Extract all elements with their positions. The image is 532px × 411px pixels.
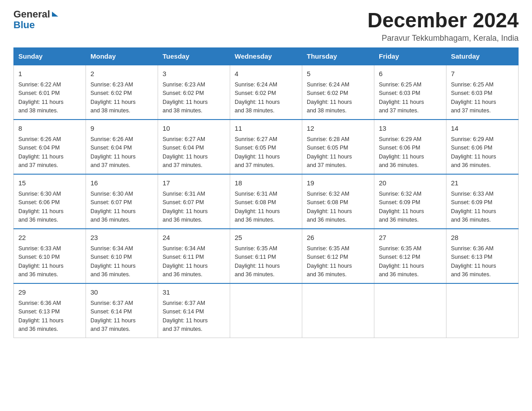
header-saturday: Saturday [446,47,519,65]
calendar-cell: 30Sunrise: 6:37 AMSunset: 6:14 PMDayligh… [86,283,158,338]
calendar-cell: 1Sunrise: 6:22 AMSunset: 6:01 PMDaylight… [14,65,86,120]
calendar-cell: 3Sunrise: 6:23 AMSunset: 6:02 PMDaylight… [158,65,230,120]
day-info: Sunrise: 6:33 AMSunset: 6:10 PMDaylight:… [18,244,81,279]
day-number: 17 [163,178,225,188]
day-number: 14 [451,124,514,134]
day-info: Sunrise: 6:35 AMSunset: 6:12 PMDaylight:… [307,244,369,279]
calendar-cell: 18Sunrise: 6:31 AMSunset: 6:08 PMDayligh… [230,174,302,229]
day-info: Sunrise: 6:30 AMSunset: 6:06 PMDaylight:… [18,190,81,225]
day-number: 27 [379,233,442,243]
day-number: 10 [163,124,225,134]
header-thursday: Thursday [302,47,374,65]
logo-general: General [13,9,50,20]
day-number: 1 [18,69,81,79]
day-number: 30 [90,287,153,298]
day-info: Sunrise: 6:35 AMSunset: 6:11 PMDaylight:… [235,244,297,279]
calendar-cell: 2Sunrise: 6:23 AMSunset: 6:02 PMDaylight… [86,65,158,120]
calendar-week-5: 29Sunrise: 6:36 AMSunset: 6:13 PMDayligh… [14,283,519,338]
calendar-cell: 23Sunrise: 6:34 AMSunset: 6:10 PMDayligh… [86,229,158,283]
calendar-cell: 8Sunrise: 6:26 AMSunset: 6:04 PMDaylight… [14,120,86,174]
day-info: Sunrise: 6:26 AMSunset: 6:04 PMDaylight:… [18,135,81,170]
calendar-cell: 19Sunrise: 6:32 AMSunset: 6:08 PMDayligh… [302,174,374,229]
day-number: 18 [235,178,297,188]
calendar-week-4: 22Sunrise: 6:33 AMSunset: 6:10 PMDayligh… [14,229,519,283]
day-number: 6 [379,69,442,79]
day-info: Sunrise: 6:36 AMSunset: 6:13 PMDaylight:… [451,244,514,279]
day-info: Sunrise: 6:34 AMSunset: 6:11 PMDaylight:… [163,244,225,279]
header-tuesday: Tuesday [158,47,230,65]
calendar-week-2: 8Sunrise: 6:26 AMSunset: 6:04 PMDaylight… [14,120,519,174]
day-number: 2 [90,69,153,79]
day-number: 8 [18,124,81,134]
day-number: 15 [18,178,81,188]
header-wednesday: Wednesday [230,47,302,65]
day-number: 21 [451,178,514,188]
calendar-cell: 31Sunrise: 6:37 AMSunset: 6:14 PMDayligh… [158,283,230,338]
calendar-cell: 7Sunrise: 6:25 AMSunset: 6:03 PMDaylight… [446,65,519,120]
day-number: 3 [163,69,225,79]
calendar-cell: 9Sunrise: 6:26 AMSunset: 6:04 PMDaylight… [86,120,158,174]
day-number: 22 [18,233,81,243]
calendar-cell: 5Sunrise: 6:24 AMSunset: 6:02 PMDaylight… [302,65,374,120]
calendar-cell: 26Sunrise: 6:35 AMSunset: 6:12 PMDayligh… [302,229,374,283]
day-info: Sunrise: 6:32 AMSunset: 6:09 PMDaylight:… [379,190,442,225]
calendar-cell: 4Sunrise: 6:24 AMSunset: 6:02 PMDaylight… [230,65,302,120]
day-info: Sunrise: 6:23 AMSunset: 6:02 PMDaylight:… [163,81,225,116]
day-info: Sunrise: 6:24 AMSunset: 6:02 PMDaylight:… [235,81,297,116]
calendar-cell: 12Sunrise: 6:28 AMSunset: 6:05 PMDayligh… [302,120,374,174]
day-info: Sunrise: 6:23 AMSunset: 6:02 PMDaylight:… [90,81,153,116]
day-info: Sunrise: 6:27 AMSunset: 6:05 PMDaylight:… [235,135,297,170]
day-number: 26 [307,233,369,243]
header-sunday: Sunday [14,47,86,65]
day-info: Sunrise: 6:29 AMSunset: 6:06 PMDaylight:… [379,135,442,170]
calendar-cell: 29Sunrise: 6:36 AMSunset: 6:13 PMDayligh… [14,283,86,338]
day-number: 28 [451,233,514,243]
day-info: Sunrise: 6:34 AMSunset: 6:10 PMDaylight:… [90,244,153,279]
calendar-cell: 28Sunrise: 6:36 AMSunset: 6:13 PMDayligh… [446,229,519,283]
page-header: General Blue December 2024 Paravur Tekku… [13,9,519,43]
calendar-cell: 11Sunrise: 6:27 AMSunset: 6:05 PMDayligh… [230,120,302,174]
day-info: Sunrise: 6:27 AMSunset: 6:04 PMDaylight:… [163,135,225,170]
logo: General Blue [13,9,58,30]
calendar-table: Sunday Monday Tuesday Wednesday Thursday… [13,47,519,338]
day-info: Sunrise: 6:37 AMSunset: 6:14 PMDaylight:… [90,299,153,334]
day-info: Sunrise: 6:33 AMSunset: 6:09 PMDaylight:… [451,190,514,225]
day-number: 31 [163,287,225,298]
month-title: December 2024 [367,9,519,32]
day-number: 29 [18,287,81,298]
day-number: 11 [235,124,297,134]
calendar-cell [446,283,519,338]
calendar-cell: 14Sunrise: 6:29 AMSunset: 6:06 PMDayligh… [446,120,519,174]
calendar-cell: 24Sunrise: 6:34 AMSunset: 6:11 PMDayligh… [158,229,230,283]
day-info: Sunrise: 6:37 AMSunset: 6:14 PMDaylight:… [163,299,225,334]
day-info: Sunrise: 6:25 AMSunset: 6:03 PMDaylight:… [451,81,514,116]
day-info: Sunrise: 6:28 AMSunset: 6:05 PMDaylight:… [307,135,369,170]
day-number: 23 [90,233,153,243]
calendar-header-row: Sunday Monday Tuesday Wednesday Thursday… [14,47,519,65]
calendar-cell: 16Sunrise: 6:30 AMSunset: 6:07 PMDayligh… [86,174,158,229]
calendar-cell: 17Sunrise: 6:31 AMSunset: 6:07 PMDayligh… [158,174,230,229]
header-friday: Friday [374,47,446,65]
calendar-cell: 10Sunrise: 6:27 AMSunset: 6:04 PMDayligh… [158,120,230,174]
day-number: 7 [451,69,514,79]
calendar-cell [302,283,374,338]
day-number: 19 [307,178,369,188]
day-info: Sunrise: 6:31 AMSunset: 6:08 PMDaylight:… [235,190,297,225]
day-number: 9 [90,124,153,134]
day-number: 13 [379,124,442,134]
calendar-cell: 20Sunrise: 6:32 AMSunset: 6:09 PMDayligh… [374,174,446,229]
day-info: Sunrise: 6:31 AMSunset: 6:07 PMDaylight:… [163,190,225,225]
header-monday: Monday [86,47,158,65]
day-info: Sunrise: 6:22 AMSunset: 6:01 PMDaylight:… [18,81,81,116]
title-section: December 2024 Paravur Tekkumbhagam, Kera… [367,9,519,43]
day-info: Sunrise: 6:24 AMSunset: 6:02 PMDaylight:… [307,81,369,116]
day-number: 5 [307,69,369,79]
day-number: 16 [90,178,153,188]
calendar-cell: 15Sunrise: 6:30 AMSunset: 6:06 PMDayligh… [14,174,86,229]
calendar-cell: 6Sunrise: 6:25 AMSunset: 6:03 PMDaylight… [374,65,446,120]
calendar-cell: 21Sunrise: 6:33 AMSunset: 6:09 PMDayligh… [446,174,519,229]
day-number: 20 [379,178,442,188]
day-info: Sunrise: 6:29 AMSunset: 6:06 PMDaylight:… [451,135,514,170]
day-info: Sunrise: 6:32 AMSunset: 6:08 PMDaylight:… [307,190,369,225]
calendar-cell [374,283,446,338]
